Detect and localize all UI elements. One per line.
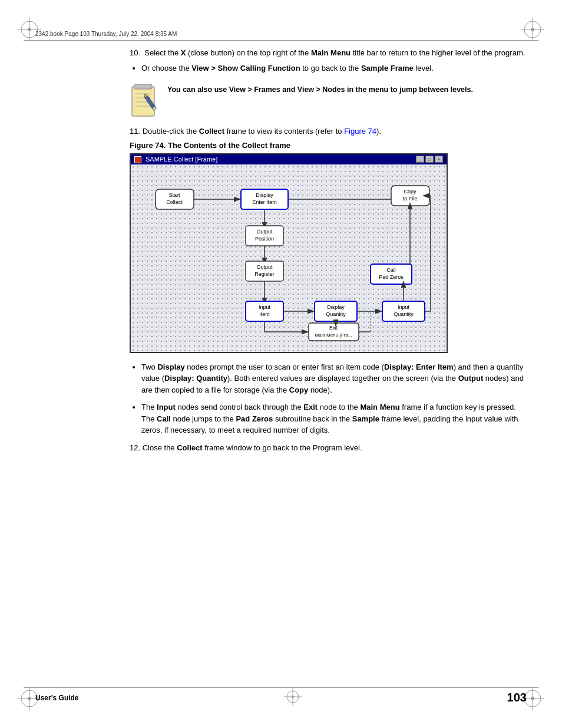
svg-point-7 <box>531 28 534 31</box>
figure-caption: Figure 74. The Contents of the Collect f… <box>130 141 527 150</box>
svg-text:Display: Display <box>327 304 345 310</box>
footer-left: User's Guide <box>35 694 79 702</box>
flow-diagram: Start Collect Display Enter Item Copy <box>138 173 441 344</box>
svg-text:Enter Item: Enter Item <box>252 199 277 205</box>
footer-center-mark <box>284 688 302 707</box>
note-box: You can also use View > Frames and View … <box>130 82 527 117</box>
step-10-text: Select the X (close button) on the top r… <box>144 48 525 57</box>
svg-point-82 <box>292 696 294 698</box>
note-icon <box>130 82 160 117</box>
svg-text:Quantity: Quantity <box>394 311 414 317</box>
svg-text:Display: Display <box>256 192 273 198</box>
step-10: 10. Select the X (close button) on the t… <box>130 47 527 74</box>
restore-btn[interactable]: □ <box>425 156 434 163</box>
svg-text:Output: Output <box>256 264 273 270</box>
svg-point-11 <box>28 697 31 700</box>
note-text: You can also use View > Frames and View … <box>167 82 473 95</box>
svg-point-3 <box>28 28 31 31</box>
step-11: 11. Double-click the Collect frame to vi… <box>130 126 527 137</box>
titlebar-icon <box>134 156 143 163</box>
svg-text:Call: Call <box>386 267 396 273</box>
svg-text:Quantity: Quantity <box>326 311 346 317</box>
corner-mark-tr <box>521 18 544 41</box>
svg-text:Input: Input <box>398 304 410 310</box>
footer: User's Guide 103 <box>35 688 527 707</box>
svg-text:Register: Register <box>254 271 275 277</box>
figure-window: SAMPLE.Collect [Frame] _ □ × <box>130 153 448 353</box>
main-content: 10. Select the X (close button) on the t… <box>130 47 527 681</box>
svg-text:Exit: Exit <box>329 325 338 331</box>
bullets-below: Two Display nodes prompt the user to sca… <box>141 361 527 436</box>
svg-point-15 <box>531 697 534 700</box>
svg-text:Output: Output <box>256 229 273 235</box>
titlebar-controls: _ □ × <box>416 156 443 163</box>
figure-body: Start Collect Display Enter Item Copy <box>131 164 447 352</box>
titlebar-title: SAMPLE.Collect [Frame] <box>146 156 416 163</box>
svg-text:Item: Item <box>259 311 270 317</box>
meta-line: 2342.book Page 103 Thursday, July 22, 20… <box>35 31 177 37</box>
svg-text:Copy: Copy <box>404 189 416 195</box>
svg-text:Collect: Collect <box>166 199 183 205</box>
svg-text:Position: Position <box>255 236 274 242</box>
step-10-number: 10. <box>130 48 143 57</box>
step-12: 12. Close the Collect frame window to go… <box>130 442 527 454</box>
hr-top <box>24 40 538 41</box>
step-10-bullet: Or choose the View > Show Calling Functi… <box>141 62 527 74</box>
bullet-below-1: Two Display nodes prompt the user to sca… <box>141 361 527 396</box>
bullet-below-2: The Input nodes send control back throug… <box>141 401 527 436</box>
svg-text:to File: to File <box>403 196 418 202</box>
corner-mark-tl <box>18 18 41 41</box>
svg-text:Input: Input <box>259 304 271 310</box>
figure74-link[interactable]: Figure 74 <box>344 127 376 136</box>
svg-rect-21 <box>134 84 152 89</box>
svg-text:Start: Start <box>168 192 180 198</box>
close-btn[interactable]: × <box>435 156 443 163</box>
figure-titlebar: SAMPLE.Collect [Frame] _ □ × <box>131 154 447 164</box>
svg-text:Main Menu (Fra...: Main Menu (Fra... <box>315 332 352 338</box>
footer-right: 103 <box>507 691 527 704</box>
svg-text:Pad Zeros: Pad Zeros <box>379 274 404 280</box>
minimize-btn[interactable]: _ <box>416 156 424 163</box>
